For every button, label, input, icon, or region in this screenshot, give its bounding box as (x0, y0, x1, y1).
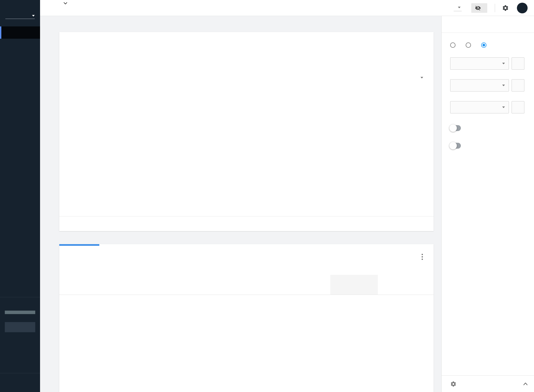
views-area-chart (124, 85, 415, 195)
week-comparison-bars (67, 88, 129, 213)
app-logo (0, 0, 40, 4)
radio-posts[interactable] (481, 42, 489, 48)
filter-panel-title (442, 16, 534, 27)
is-landing-toggle[interactable] (450, 125, 461, 131)
usage-progress-bar (5, 311, 35, 314)
divider (442, 33, 534, 33)
add-content-property-button[interactable] (512, 101, 524, 113)
traffic-property-select[interactable] (450, 79, 509, 92)
radio-icon (450, 42, 456, 48)
eye-off-icon (475, 5, 481, 11)
active-tab-indicator (59, 244, 99, 246)
upgrade-button[interactable] (5, 322, 35, 332)
add-traffic-property-button[interactable] (512, 79, 524, 92)
topbar (40, 0, 534, 16)
content-container-toggle-row (450, 143, 534, 149)
column-header-scroll-depth[interactable] (183, 291, 214, 295)
kebab-menu-icon[interactable] (420, 252, 425, 262)
caret-down-icon (502, 106, 505, 108)
content-property-select[interactable] (450, 101, 509, 113)
usage-section (0, 297, 40, 333)
filter-panel (441, 16, 534, 392)
content-table-card (59, 244, 434, 392)
interval-selector[interactable] (414, 77, 423, 78)
overview-chart-card (59, 32, 434, 231)
filter-button[interactable] (471, 3, 487, 13)
chevron-up-icon (523, 383, 528, 385)
sidebar-nav (0, 26, 40, 51)
content-container-toggle[interactable] (450, 143, 461, 149)
column-header-visitors[interactable] (330, 275, 378, 295)
column-header-view-breakdown[interactable] (214, 291, 256, 295)
divider (495, 4, 495, 12)
column-header-time-per-visitor[interactable] (378, 291, 434, 295)
sidebar (0, 0, 40, 392)
sidebar-footer (0, 373, 40, 385)
is-landing-toggle-row (450, 125, 534, 131)
column-header-title (81, 291, 183, 295)
app-root (0, 0, 534, 392)
settings-gear-icon[interactable] (502, 5, 509, 11)
sidebar-item-explore[interactable] (0, 26, 40, 39)
audience-behavior-select[interactable] (450, 57, 509, 70)
overlay-metric-selector[interactable] (454, 5, 462, 11)
radio-icon-selected (481, 42, 486, 48)
chevron-down-icon (64, 2, 67, 5)
add-audience-behavior-button[interactable] (512, 57, 524, 70)
column-header-views[interactable] (288, 291, 330, 295)
legend-row (59, 216, 434, 231)
column-header-pct-views[interactable] (59, 291, 81, 295)
caret-down-icon (502, 85, 505, 86)
radio-pages[interactable] (466, 42, 474, 48)
dashboard-bar[interactable] (442, 375, 534, 392)
caret-down-icon (502, 63, 505, 64)
page-type-radios (450, 42, 534, 48)
date-range-selector[interactable] (61, 2, 67, 6)
caret-down-icon (421, 77, 423, 78)
sidebar-item-reports[interactable] (0, 39, 40, 51)
gear-icon (450, 381, 457, 387)
caret-down-icon (458, 7, 461, 8)
org-selector[interactable] (5, 15, 35, 19)
user-avatar[interactable] (517, 3, 528, 13)
radio-icon (466, 42, 471, 48)
chevron-down-icon (32, 15, 35, 17)
radio-all[interactable] (450, 42, 458, 48)
table-header (59, 275, 434, 295)
